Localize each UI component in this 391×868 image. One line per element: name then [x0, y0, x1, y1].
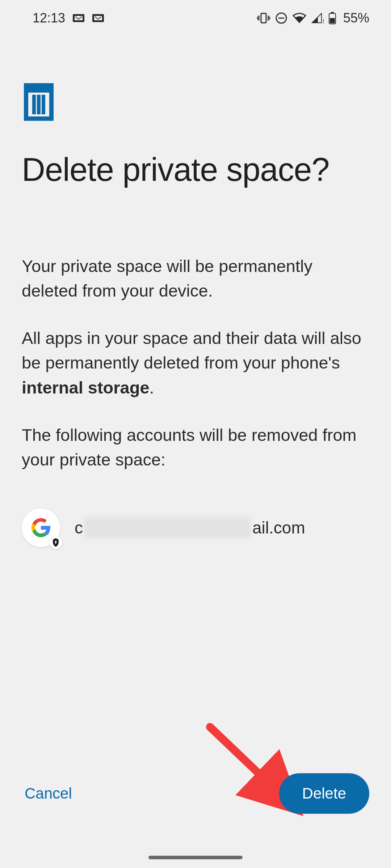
battery-percent: 55%: [343, 10, 369, 26]
svg-rect-15: [24, 83, 54, 88]
delete-button[interactable]: Delete: [279, 773, 369, 814]
body-paragraph: All apps in your space and their data wi…: [22, 326, 369, 400]
gesture-nav-bar[interactable]: [148, 856, 243, 859]
wifi-icon: [293, 13, 306, 24]
status-notification-icon: [72, 13, 85, 24]
body-paragraph: The following accounts will be removed f…: [22, 423, 369, 472]
svg-rect-14: [330, 18, 335, 23]
vibrate-icon: [257, 12, 270, 24]
trash-icon: [22, 83, 369, 122]
svg-rect-21: [55, 542, 56, 544]
footer-actions: Cancel Delete: [0, 773, 391, 814]
svg-text:!: !: [323, 18, 324, 24]
status-time: 12:13: [33, 10, 65, 26]
status-notification-icon: [92, 13, 104, 24]
google-account-icon: [22, 509, 60, 547]
lock-badge-icon: [49, 536, 62, 549]
page-title: Delete private space?: [22, 151, 369, 189]
signal-icon: !: [311, 13, 324, 24]
cancel-button[interactable]: Cancel: [22, 776, 75, 811]
svg-rect-4: [261, 13, 266, 23]
redacted-segment: [84, 517, 251, 539]
status-bar: 12:13 ! 55%: [0, 0, 391, 36]
body-description: Your private space will be permanently d…: [22, 254, 369, 472]
account-row: c ail.com: [22, 509, 369, 547]
battery-icon: [329, 12, 336, 24]
dnd-icon: [275, 12, 287, 24]
account-email: c ail.com: [75, 517, 305, 539]
svg-rect-16: [35, 83, 43, 84]
body-paragraph: Your private space will be permanently d…: [22, 254, 369, 303]
